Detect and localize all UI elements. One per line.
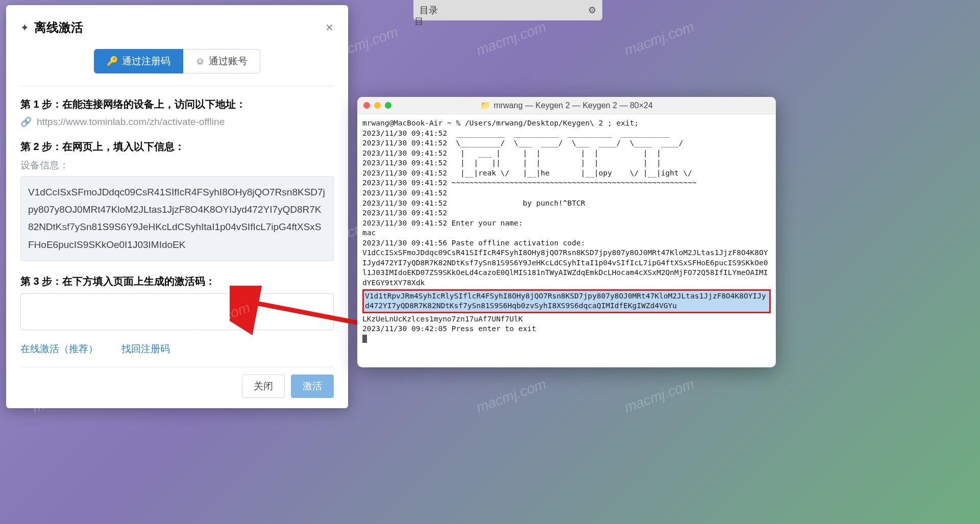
dialog-footer: 关闭 激活 (20, 375, 334, 398)
helper-links: 在线激活（推荐） 找回注册码 (20, 342, 334, 356)
term-line: V1d1tRpvJRm4SyhIcRlySIflcR4FSyhI8OHy8jQO… (365, 292, 766, 310)
terminal-output[interactable]: mrwang@MacBook-Air ~ % /Users/mrwang/Des… (357, 114, 776, 367)
terminal-title: 📁 mrwang — Keygen 2 — Keygen 2 — 80×24 (357, 101, 776, 110)
terminal-window: 📁 mrwang — Keygen 2 — Keygen 2 — 80×24 m… (357, 97, 776, 367)
term-line: 2023/11/30 09:41:52 | | || | | | | | | (362, 159, 661, 167)
terminal-titlebar[interactable]: 📁 mrwang — Keygen 2 — Keygen 2 — 80×24 (357, 97, 776, 114)
term-line: 2023/11/30 09:41:52 (362, 189, 447, 197)
activation-code-input[interactable] (20, 293, 334, 330)
user-icon: ☺ (195, 56, 205, 67)
divider (20, 86, 334, 86)
activation-method-tabs: 🔑 通过注册码 ☺ 通过账号 (20, 49, 334, 73)
terminal-cursor (362, 335, 367, 343)
term-line: mac (362, 229, 376, 237)
term-line: 2023/11/30 09:41:52 | ___ | | | | | | | (362, 149, 661, 157)
tab-by-registration-code[interactable]: 🔑 通过注册码 (94, 49, 183, 73)
step1-title: 第 1 步：在能连接网络的设备上，访问以下地址： (20, 97, 334, 111)
bg-tab-label: 目录 (420, 4, 438, 16)
tab-label: 通过账号 (209, 55, 248, 68)
step3-title: 第 3 步：在下方填入页面上生成的激活码： (20, 275, 334, 288)
highlighted-activation-response[interactable]: V1d1tRpvJRm4SyhIcRlySIflcR4FSyhI8OHy8jQO… (362, 289, 771, 313)
folder-icon: 📁 (480, 101, 491, 110)
find-code-link[interactable]: 找回注册码 (121, 342, 170, 356)
term-line: LKzUeLnUcKzlces1myno7zn17uAf7UNf7UlK (362, 315, 523, 323)
term-line: 2023/11/30 09:41:52 \_________/ \___ ___… (362, 139, 683, 147)
term-line: 2023/11/30 09:41:52 Enter your name: (362, 219, 523, 227)
watermark: macmj.com (474, 376, 548, 416)
gear-icon[interactable]: ⚙ (588, 5, 596, 16)
terminal-title-text: mrwang — Keygen 2 — Keygen 2 — 80×24 (494, 101, 653, 110)
dialog-title: 离线激活 (34, 19, 83, 36)
watermark: macmj.com (622, 18, 696, 59)
term-line: V1dCcISxSFmoJDdqc09CsR41SIfIcR4FSyhI8OHy… (362, 248, 768, 287)
watermark: macmj.com (474, 18, 548, 59)
term-line: mrwang@MacBook-Air ~ % /Users/mrwang/Des… (362, 119, 639, 127)
link-icon: 🔗 (20, 116, 32, 128)
device-info-value[interactable]: V1dCcISxSFmoJDdqc09CsR41SIfIcR4FSyhI8OHy… (20, 176, 334, 261)
dialog-header: ✦ 离线激活 ✕ (20, 19, 334, 36)
tab-label: 通过注册码 (122, 55, 170, 68)
device-info-label: 设备信息： (20, 159, 334, 172)
term-line: 2023/11/30 09:41:56 Paste offline activa… (362, 239, 585, 247)
term-line: 2023/11/30 09:41:52 by punch!^BTCR (362, 199, 585, 207)
term-line: 2023/11/30 09:41:52 (362, 209, 447, 217)
close-button[interactable]: 关闭 (242, 375, 285, 398)
activation-url[interactable]: https://www.tominlab.com/zh/activate-off… (37, 116, 225, 128)
key-icon: 🔑 (107, 56, 118, 67)
activation-url-row: 🔗 https://www.tominlab.com/zh/activate-o… (20, 116, 334, 128)
close-icon[interactable]: ✕ (325, 21, 334, 34)
footer-divider (20, 367, 334, 367)
online-activation-link[interactable]: 在线激活（推荐） (20, 342, 98, 356)
sparkle-icon: ✦ (20, 21, 29, 34)
background-panel-tab: 目录 ⚙ (413, 0, 602, 20)
term-line: 2023/11/30 09:41:52 ~~~~~~~~~~~~~~~~~~~~… (362, 179, 697, 187)
offline-activation-dialog: ✦ 离线激活 ✕ 🔑 通过注册码 ☺ 通过账号 第 1 步：在能连接网络的设备上… (6, 5, 348, 408)
term-line: 2023/11/30 09:42:05 Press enter to exit (362, 325, 536, 333)
term-line: 2023/11/30 09:41:52 ___________ ________… (362, 129, 670, 137)
bg-tab-outer-label: 目 (414, 15, 424, 28)
step2-title: 第 2 步：在网页上，填入以下信息： (20, 140, 334, 154)
tab-by-account[interactable]: ☺ 通过账号 (183, 49, 260, 73)
watermark: macmj.com (622, 376, 696, 416)
term-line: 2023/11/30 09:41:52 |__|reak \/ |__|he |… (362, 169, 692, 177)
activate-button[interactable]: 激活 (291, 375, 334, 398)
